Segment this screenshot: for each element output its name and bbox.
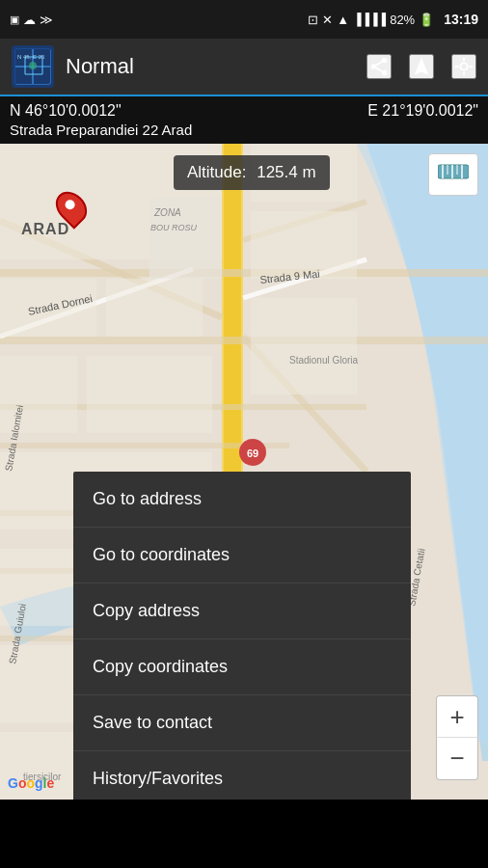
svg-line-10 bbox=[376, 62, 382, 66]
svg-rect-18 bbox=[224, 144, 241, 472]
logo-inner: N 45, E 25 bbox=[14, 48, 51, 85]
menu-item-go-to-coordinates[interactable]: Go to coordinates bbox=[73, 528, 411, 583]
battery-icon: 🔋 bbox=[419, 13, 434, 27]
clock: 13:19 bbox=[444, 12, 478, 27]
ruler-button[interactable] bbox=[428, 153, 478, 196]
status-right-icons: ⊡ ✕ ▲ ▐▐▐▐ 82% 🔋 13:19 bbox=[308, 12, 478, 27]
app-title: Normal bbox=[66, 54, 355, 79]
svg-point-4 bbox=[29, 62, 37, 69]
toolbar-actions bbox=[366, 54, 476, 79]
svg-rect-33 bbox=[106, 279, 203, 337]
svg-rect-42 bbox=[251, 298, 357, 394]
coordinates-bar: N 46°10'0.0012" E 21°19'0.0012" Strada P… bbox=[0, 96, 488, 144]
context-menu: Go to address Go to coordinates Copy add… bbox=[73, 472, 411, 800]
sync-icon: ☁ bbox=[23, 13, 36, 27]
svg-rect-19 bbox=[0, 269, 488, 277]
my-location-button[interactable] bbox=[451, 54, 476, 79]
share-button[interactable] bbox=[366, 54, 392, 79]
map-view[interactable]: 69 Google Strada Dornei Strada 9 Mai Str… bbox=[0, 144, 488, 800]
menu-item-copy-address[interactable]: Copy address bbox=[73, 583, 411, 639]
phone-icon: ⊡ bbox=[308, 13, 318, 27]
menu-item-history-favorites[interactable]: History/Favorites bbox=[73, 751, 411, 800]
ruler-icon bbox=[438, 159, 469, 190]
altitude-value: 125.4 m bbox=[257, 163, 315, 181]
pin-dot bbox=[64, 198, 77, 211]
svg-point-7 bbox=[371, 64, 377, 69]
zoom-out-button[interactable]: − bbox=[436, 738, 478, 780]
altitude-display: Altitude: 125.4 m bbox=[174, 155, 330, 190]
svg-rect-35 bbox=[87, 356, 212, 433]
svg-text:N 45, E 25: N 45, E 25 bbox=[17, 54, 45, 60]
svg-point-11 bbox=[460, 63, 467, 69]
zoom-controls: + − bbox=[436, 695, 478, 780]
svg-text:Stadionul Gloria: Stadionul Gloria bbox=[289, 355, 359, 366]
status-left-icons: ▣ ☁ ≫ bbox=[10, 13, 53, 27]
longitude-display: E 21°19'0.0012" bbox=[367, 102, 478, 120]
menu-item-save-to-contact[interactable]: Save to contact bbox=[73, 695, 411, 751]
menu-item-copy-coordinates[interactable]: Copy coordinates bbox=[73, 639, 411, 695]
svg-text:ZONA: ZONA bbox=[153, 207, 181, 218]
svg-text:tiersicilor: tiersicilor bbox=[23, 772, 62, 782]
coords-row: N 46°10'0.0012" E 21°19'0.0012" bbox=[10, 102, 478, 120]
svg-line-9 bbox=[376, 68, 382, 71]
latitude-display: N 46°10'0.0012" bbox=[10, 102, 122, 120]
app-logo: N 45, E 25 bbox=[12, 45, 54, 88]
map-pin bbox=[58, 190, 85, 225]
zoom-in-button[interactable]: + bbox=[436, 695, 478, 738]
menu-item-go-to-address[interactable]: Go to address bbox=[73, 472, 411, 528]
swift-icon: ≫ bbox=[40, 13, 53, 27]
svg-text:BOU ROSU: BOU ROSU bbox=[150, 223, 198, 232]
navigation-button[interactable] bbox=[409, 54, 434, 79]
address-display: Strada Preparandiei 22 Arad bbox=[10, 122, 478, 138]
status-bar: ▣ ☁ ≫ ⊡ ✕ ▲ ▐▐▐▐ 82% 🔋 13:19 bbox=[0, 0, 488, 39]
svg-text:69: 69 bbox=[247, 448, 258, 459]
svg-point-6 bbox=[382, 58, 388, 64]
cross-signal-icon: ✕ bbox=[322, 13, 333, 27]
notification-icon: ▣ bbox=[10, 14, 19, 26]
altitude-label: Altitude: bbox=[187, 163, 246, 181]
svg-point-8 bbox=[382, 70, 388, 76]
app-toolbar: N 45, E 25 Normal bbox=[0, 39, 488, 96]
wifi-icon: ▲ bbox=[337, 13, 349, 27]
battery-level: 82% bbox=[390, 13, 415, 27]
signal-bars-icon: ▐▐▐▐ bbox=[353, 13, 386, 26]
